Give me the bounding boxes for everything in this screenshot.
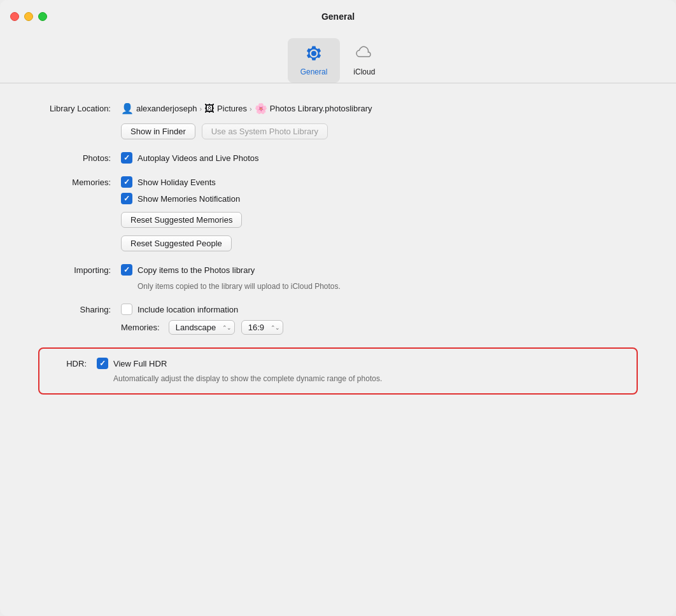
checkmark-icon: ✓ (123, 154, 130, 162)
settings-content: Library Location: 👤 alexanderjoseph › 🖼 … (0, 83, 676, 420)
show-holiday-label: Show Holiday Events (137, 178, 216, 187)
sharing-memories-row: Memories: Landscape Portrait 16:9 4:3 1:… (121, 320, 638, 335)
icloud-tab-label: iCloud (353, 67, 375, 76)
path-user-text: alexanderjoseph (136, 104, 197, 113)
path-library: 🌸 Photos Library.photoslibrary (255, 102, 372, 115)
user-folder-icon: 👤 (121, 102, 134, 115)
memories-label: Memories: (38, 176, 121, 187)
checkmark-icon: ✓ (99, 360, 106, 367)
library-location-row: Library Location: 👤 alexanderjoseph › 🖼 … (38, 102, 638, 139)
general-icon (302, 42, 325, 65)
show-memories-notif-row: ✓ Show Memories Notification (121, 193, 638, 204)
close-button[interactable] (10, 12, 19, 21)
reset-suggested-memories-button[interactable]: Reset Suggested Memories (121, 212, 242, 228)
autoplay-label: Autoplay Videos and Live Photos (137, 153, 259, 163)
sharing-row: Sharing: Include location information Me… (38, 304, 638, 335)
icloud-icon (353, 42, 376, 65)
ratio-select[interactable]: 16:9 4:3 1:1 (241, 320, 283, 335)
copy-items-label: Copy items to the Photos library (137, 265, 255, 275)
general-tab-label: General (300, 67, 328, 76)
path-pictures: 🖼 Pictures (204, 103, 247, 115)
path-library-text: Photos Library.photoslibrary (270, 104, 372, 113)
tab-icloud[interactable]: iCloud (340, 38, 388, 83)
hdr-section-box: HDR: ✓ View Full HDR Automatically adjus… (38, 347, 638, 395)
checkmark-icon: ✓ (123, 178, 130, 186)
hdr-content: HDR: ✓ View Full HDR Automatically adjus… (52, 358, 624, 384)
library-path: 👤 alexanderjoseph › 🖼 Pictures › 🌸 Photo… (121, 102, 638, 115)
photos-library-icon: 🌸 (255, 102, 267, 115)
orientation-select[interactable]: Landscape Portrait (169, 320, 235, 335)
copy-items-checkbox[interactable]: ✓ (121, 264, 132, 276)
main-window: General General iCloud Library Loc (0, 0, 676, 616)
titlebar: General (0, 0, 676, 33)
photos-content: ✓ Autoplay Videos and Live Photos (121, 152, 638, 164)
tab-general[interactable]: General (288, 38, 341, 83)
sharing-content: Include location information Memories: L… (121, 304, 638, 335)
path-pictures-text: Pictures (217, 104, 247, 113)
importing-sub-text: Only items copied to the library will up… (121, 282, 638, 291)
use-as-system-photo-library-button[interactable]: Use as System Photo Library (202, 123, 328, 139)
photos-row: Photos: ✓ Autoplay Videos and Live Photo… (38, 152, 638, 164)
copy-items-row: ✓ Copy items to the Photos library (121, 264, 638, 276)
view-full-hdr-checkbox[interactable]: ✓ (97, 358, 108, 369)
reset-memories-row: Reset Suggested Memories (121, 212, 638, 228)
path-chevron-1: › (199, 105, 202, 113)
include-location-checkbox[interactable] (121, 304, 132, 315)
show-holiday-row: ✓ Show Holiday Events (121, 176, 638, 188)
ratio-select-wrapper: 16:9 4:3 1:1 (241, 320, 283, 335)
toolbar: General iCloud (0, 33, 676, 83)
pictures-folder-icon: 🖼 (204, 103, 215, 115)
orientation-select-wrapper: Landscape Portrait (169, 320, 235, 335)
autoplay-checkbox-row: ✓ Autoplay Videos and Live Photos (121, 152, 638, 164)
importing-row: Importing: ✓ Copy items to the Photos li… (38, 264, 638, 291)
show-in-finder-button[interactable]: Show in Finder (121, 123, 195, 139)
view-full-hdr-label: View Full HDR (113, 359, 167, 368)
sharing-label: Sharing: (38, 304, 121, 314)
show-memories-notif-checkbox[interactable]: ✓ (121, 193, 132, 204)
importing-content: ✓ Copy items to the Photos library Only … (121, 264, 638, 291)
show-holiday-checkbox[interactable]: ✓ (121, 176, 132, 188)
path-user: 👤 alexanderjoseph (121, 102, 197, 115)
sharing-memories-label: Memories: (121, 323, 160, 332)
memories-content: ✓ Show Holiday Events ✓ Show Memories No… (121, 176, 638, 251)
maximize-button[interactable] (38, 12, 47, 21)
checkmark-icon: ✓ (123, 266, 130, 274)
importing-label: Importing: (38, 264, 121, 275)
library-location-content: 👤 alexanderjoseph › 🖼 Pictures › 🌸 Photo… (121, 102, 638, 139)
minimize-button[interactable] (24, 12, 33, 21)
reset-suggested-people-button[interactable]: Reset Suggested People (121, 235, 232, 251)
hdr-label: HDR: (52, 358, 97, 368)
reset-people-row: Reset Suggested People (121, 235, 638, 251)
traffic-lights (10, 12, 47, 21)
include-location-label: Include location information (137, 305, 238, 314)
hdr-inner: ✓ View Full HDR Automatically adjust the… (97, 358, 382, 384)
library-buttons: Show in Finder Use as System Photo Libra… (121, 123, 638, 139)
checkmark-icon: ✓ (123, 195, 130, 202)
include-location-row: Include location information (121, 304, 638, 315)
library-location-label: Library Location: (38, 102, 121, 113)
show-memories-notif-label: Show Memories Notification (137, 194, 240, 204)
autoplay-checkbox[interactable]: ✓ (121, 152, 132, 164)
hdr-description: Automatically adjust the display to show… (97, 373, 382, 384)
view-full-hdr-row: ✓ View Full HDR (97, 358, 382, 369)
photos-label: Photos: (38, 152, 121, 163)
memories-row: Memories: ✓ Show Holiday Events ✓ Show M… (38, 176, 638, 251)
window-title: General (321, 11, 355, 22)
path-chevron-2: › (250, 105, 252, 113)
